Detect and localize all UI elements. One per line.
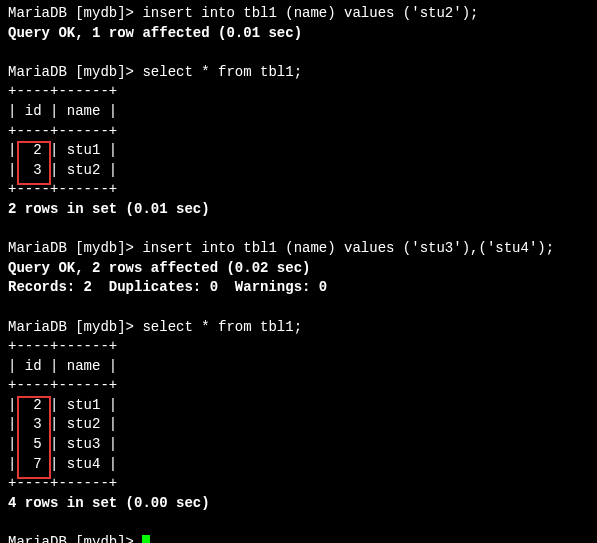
table-row: | 2 | stu1 | — [8, 141, 589, 161]
prompt: MariaDB [mydb]> — [8, 64, 142, 80]
command-text: select * from tbl1; — [142, 64, 302, 80]
command-text: insert into tbl1 (name) values ('stu3'),… — [142, 240, 554, 256]
prompt: MariaDB [mydb]> — [8, 240, 142, 256]
prompt: MariaDB [mydb]> — [8, 5, 142, 21]
prompt-line: MariaDB [mydb]> insert into tbl1 (name) … — [8, 4, 589, 24]
terminal[interactable]: MariaDB [mydb]> insert into tbl1 (name) … — [8, 4, 589, 543]
table-border: +----+------+ — [8, 337, 589, 357]
table-border: +----+------+ — [8, 376, 589, 396]
cursor-icon — [142, 535, 150, 543]
command-text: select * from tbl1; — [142, 319, 302, 335]
command-text: insert into tbl1 (name) values ('stu2'); — [142, 5, 478, 21]
prompt-line: MariaDB [mydb]> select * from tbl1; — [8, 63, 589, 83]
table-header: | id | name | — [8, 102, 589, 122]
table-border: +----+------+ — [8, 474, 589, 494]
table-row: | 3 | stu2 | — [8, 415, 589, 435]
table-border: +----+------+ — [8, 180, 589, 200]
prompt-line: MariaDB [mydb]> insert into tbl1 (name) … — [8, 239, 589, 259]
query-result: Query OK, 2 rows affected (0.02 sec) — [8, 259, 589, 279]
prompt-line[interactable]: MariaDB [mydb]> — [8, 533, 589, 543]
table-header: | id | name | — [8, 357, 589, 377]
blank-line — [8, 298, 589, 318]
prompt: MariaDB [mydb]> — [8, 319, 142, 335]
table-row: | 5 | stu3 | — [8, 435, 589, 455]
rows-summary: 2 rows in set (0.01 sec) — [8, 200, 589, 220]
table-row: | 3 | stu2 | — [8, 161, 589, 181]
rows-summary: 4 rows in set (0.00 sec) — [8, 494, 589, 514]
blank-line — [8, 220, 589, 240]
blank-line — [8, 513, 589, 533]
query-result: Records: 2 Duplicates: 0 Warnings: 0 — [8, 278, 589, 298]
prompt-line: MariaDB [mydb]> select * from tbl1; — [8, 318, 589, 338]
table-border: +----+------+ — [8, 122, 589, 142]
query-result: Query OK, 1 row affected (0.01 sec) — [8, 24, 589, 44]
table-row: | 2 | stu1 | — [8, 396, 589, 416]
prompt: MariaDB [mydb]> — [8, 534, 142, 543]
table-row: | 7 | stu4 | — [8, 455, 589, 475]
blank-line — [8, 43, 589, 63]
table-border: +----+------+ — [8, 82, 589, 102]
